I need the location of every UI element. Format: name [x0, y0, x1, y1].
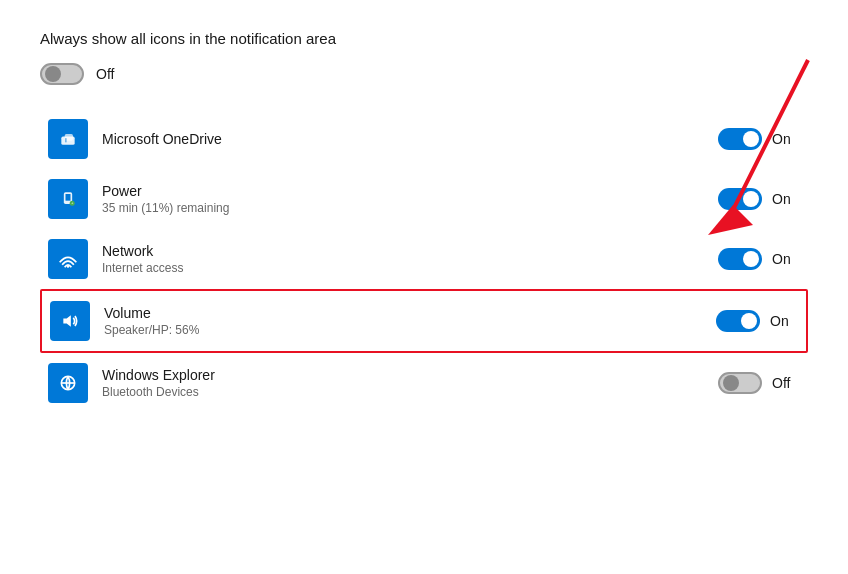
network-toggle-label: On: [772, 251, 800, 267]
power-text: Power 35 min (11%) remaining: [102, 183, 700, 215]
svg-point-7: [67, 265, 70, 268]
explorer-toggle-label: Off: [772, 375, 800, 391]
network-name: Network: [102, 243, 700, 259]
power-sub: 35 min (11%) remaining: [102, 201, 700, 215]
volume-toggle-area: On: [698, 310, 798, 332]
item-row-power: + Power 35 min (11%) remaining On: [40, 169, 808, 229]
item-row-onedrive: Microsoft OneDrive On: [40, 109, 808, 169]
svg-marker-8: [63, 315, 71, 327]
onedrive-toggle-label: On: [772, 131, 800, 147]
volume-icon: [50, 301, 90, 341]
network-text: Network Internet access: [102, 243, 700, 275]
network-icon: [48, 239, 88, 279]
svg-rect-2: [66, 138, 67, 142]
network-toggle[interactable]: [718, 248, 762, 270]
power-toggle-label: On: [772, 191, 800, 207]
explorer-icon: [48, 363, 88, 403]
volume-name: Volume: [104, 305, 698, 321]
explorer-sub: Bluetooth Devices: [102, 385, 700, 399]
volume-sub: Speaker/HP: 56%: [104, 323, 698, 337]
onedrive-name: Microsoft OneDrive: [102, 131, 700, 147]
explorer-toggle[interactable]: [718, 372, 762, 394]
onedrive-toggle[interactable]: [718, 128, 762, 150]
item-list: Microsoft OneDrive On + Power 35 min (11…: [40, 109, 808, 413]
svg-rect-4: [66, 194, 71, 201]
always-show-row: Off: [40, 63, 808, 85]
volume-text: Volume Speaker/HP: 56%: [104, 305, 698, 337]
header-text: Always show all icons in the notificatio…: [40, 30, 808, 47]
item-row-explorer: Windows Explorer Bluetooth Devices Off: [40, 353, 808, 413]
power-icon: +: [48, 179, 88, 219]
volume-toggle-label: On: [770, 313, 798, 329]
onedrive-toggle-area: On: [700, 128, 800, 150]
power-toggle[interactable]: [718, 188, 762, 210]
network-sub: Internet access: [102, 261, 700, 275]
power-toggle-area: On: [700, 188, 800, 210]
explorer-name: Windows Explorer: [102, 367, 700, 383]
power-name: Power: [102, 183, 700, 199]
item-row-volume: Volume Speaker/HP: 56% On: [40, 289, 808, 353]
explorer-toggle-area: Off: [700, 372, 800, 394]
volume-toggle[interactable]: [716, 310, 760, 332]
onedrive-text: Microsoft OneDrive: [102, 131, 700, 147]
onedrive-icon: [48, 119, 88, 159]
item-row-network: Network Internet access On: [40, 229, 808, 289]
always-show-toggle[interactable]: [40, 63, 84, 85]
always-show-label: Off: [96, 66, 114, 82]
explorer-text: Windows Explorer Bluetooth Devices: [102, 367, 700, 399]
network-toggle-area: On: [700, 248, 800, 270]
